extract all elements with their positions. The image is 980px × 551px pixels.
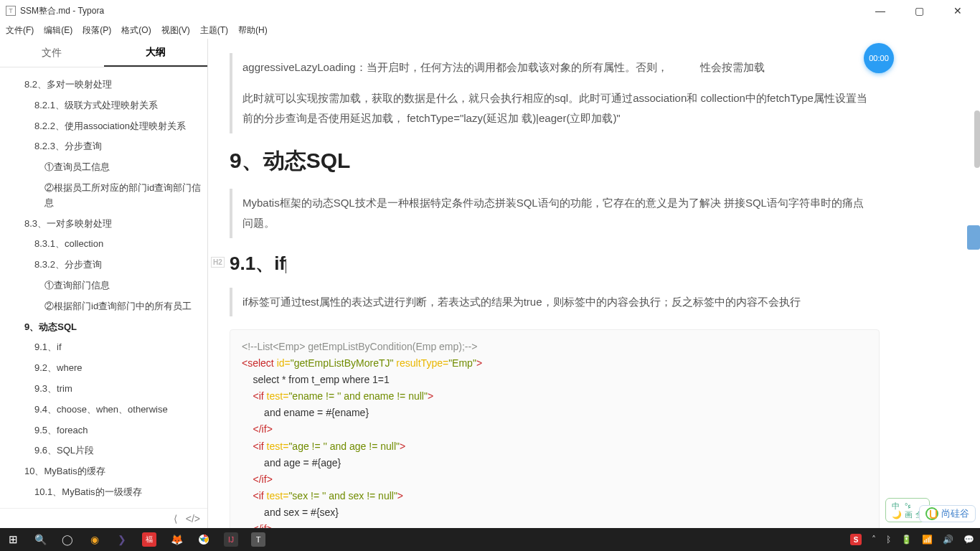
outline-item[interactable]: 9.1、if (0, 337, 207, 358)
brand-logo-icon (925, 507, 938, 520)
taskbar-app-3[interactable]: 福 (142, 532, 156, 547)
tab-files[interactable]: 文件 (0, 39, 104, 67)
outline-item[interactable]: 9.4、choose、when、otherwise (0, 400, 207, 420)
sidebar-toggle-icon[interactable]: ⟨ (174, 513, 177, 524)
outline-item[interactable]: 10.2、MyBatis的二级缓存 (0, 503, 207, 508)
sidebar: 文件 大纲 8.2、多对一映射处理8.2.1、级联方式处理映射关系8.2.2、使… (0, 39, 208, 528)
outline-item[interactable]: 9.2、where (0, 358, 207, 379)
outline-item[interactable]: ②根据员工所对应的部门id查询部门信息 (0, 178, 207, 214)
close-button[interactable]: ✕ (947, 5, 969, 17)
volume-icon[interactable]: 🔊 (943, 534, 953, 545)
chrome-icon[interactable] (197, 532, 211, 547)
outline-item[interactable]: 8.2.3、分步查询 (0, 136, 207, 157)
outline-item[interactable]: 9.6、SQL片段 (0, 441, 207, 461)
cortana-icon[interactable]: ◯ (60, 532, 75, 547)
scrollbar-overview-marker[interactable] (967, 225, 980, 250)
quote-text: if标签可通过test属性的表达式进行判断，若表达式的结果为true，则标签中的… (242, 292, 870, 313)
notification-icon[interactable]: 💬 (963, 534, 974, 545)
tray-chevron-icon[interactable]: ˄ (872, 534, 876, 545)
scrollbar-thumb[interactable] (974, 110, 980, 168)
outline-item[interactable]: 10.1、MyBatis的一级缓存 (0, 482, 207, 503)
menu-theme[interactable]: 主题(T) (200, 24, 228, 37)
start-button[interactable]: ⊞ (6, 532, 20, 547)
quote-text: Mybatis框架的动态SQL技术是一种根据特定条件动态拼装SQL语句的功能，它… (242, 193, 870, 234)
outline-item[interactable]: 8.3.1、collection (0, 234, 207, 255)
heading-9: 9、动态SQL (230, 146, 880, 176)
brand-badge: 尚硅谷 (919, 505, 976, 522)
heading-text: 9.1、if (230, 253, 286, 274)
outline-item[interactable]: 8.3、一对多映射处理 (0, 214, 207, 235)
wifi-icon[interactable]: 📶 (922, 534, 933, 545)
typora-icon[interactable]: T (251, 532, 265, 547)
brand-text: 尚硅谷 (941, 507, 969, 520)
outline-item[interactable]: 8.2.1、级联方式处理映射关系 (0, 95, 207, 116)
text-cursor (286, 259, 286, 273)
outline-item[interactable]: ①查询员工信息 (0, 157, 207, 178)
quote-dynamic-sql: Mybatis框架的动态SQL技术是一种根据特定条件动态拼装SQL语句的功能，它… (230, 189, 880, 238)
system-tray[interactable]: S ˄ ᛒ 🔋 📶 🔊 💬 (850, 534, 974, 545)
taskbar-app-2[interactable]: ❯ (115, 532, 129, 547)
quote-text: aggressiveLazyLoading：当开启时，任何方法的调用都会加载该对… (242, 57, 870, 78)
outline-item[interactable]: 8.3.2、分步查询 (0, 255, 207, 276)
sogou-ime-icon[interactable]: S (850, 534, 862, 545)
search-icon[interactable]: 🔍 (33, 532, 47, 547)
outline-tree[interactable]: 8.2、多对一映射处理8.2.1、级联方式处理映射关系8.2.2、使用assoc… (0, 67, 207, 508)
quote-text: 此时就可以实现按需加载，获取的数据是什么，就只会执行相应的sql。此时可通过as… (242, 88, 870, 129)
firefox-icon[interactable]: 🦊 (169, 532, 184, 547)
timer-badge[interactable]: 00:00 (864, 43, 894, 73)
title-bar: T SSM整合.md - Typora — ▢ ✕ (0, 0, 980, 22)
menu-paragraph[interactable]: 段落(P) (83, 24, 111, 37)
quote-lazy-loading: aggressiveLazyLoading：当开启时，任何方法的调用都会加载该对… (230, 53, 880, 133)
menu-format[interactable]: 格式(O) (121, 24, 151, 37)
outline-item[interactable]: 9.5、foreach (0, 420, 207, 441)
minimize-button[interactable]: — (870, 5, 891, 17)
heading-level-badge: H2 (211, 257, 225, 268)
window-title: SSM整合.md - Typora (20, 5, 104, 17)
battery-icon[interactable]: 🔋 (901, 534, 912, 545)
intellij-icon[interactable]: IJ (224, 532, 238, 547)
app-logo-icon: T (6, 6, 16, 16)
outline-item[interactable]: ①查询部门信息 (0, 276, 207, 296)
outline-item[interactable]: ②根据部门id查询部门中的所有员工 (0, 296, 207, 317)
tab-outline[interactable]: 大纲 (104, 39, 208, 67)
bluetooth-icon[interactable]: ᛒ (886, 534, 891, 545)
outline-item[interactable]: 8.2、多对一映射处理 (0, 75, 207, 95)
outline-item[interactable]: 9、动态SQL (0, 317, 207, 338)
menu-file[interactable]: 文件(F) (6, 24, 34, 37)
menu-edit[interactable]: 编辑(E) (44, 24, 72, 37)
maximize-button[interactable]: ▢ (908, 5, 930, 17)
code-block[interactable]: <!--List<Emp> getEmpListByCondition(Emp … (230, 329, 880, 528)
taskbar[interactable]: ⊞ 🔍 ◯ ◉ ❯ 福 🦊 IJ T S ˄ ᛒ 🔋 📶 🔊 💬 (0, 528, 980, 551)
editor-content[interactable]: 00:00 aggressiveLazyLoading：当开启时，任何方法的调用… (208, 39, 980, 528)
outline-item[interactable]: 8.2.2、使用association处理映射关系 (0, 116, 207, 137)
outline-item[interactable]: 10、MyBatis的缓存 (0, 461, 207, 482)
quote-if-desc: if标签可通过test属性的表达式进行判断，若表达式的结果为true，则标签中的… (230, 288, 880, 317)
menu-help[interactable]: 帮助(H) (238, 24, 268, 37)
menu-bar: 文件(F) 编辑(E) 段落(P) 格式(O) 视图(V) 主题(T) 帮助(H… (0, 22, 980, 39)
taskbar-app-1[interactable]: ◉ (88, 532, 102, 547)
menu-view[interactable]: 视图(V) (161, 24, 190, 37)
heading-9-1: H2 9.1、if (230, 251, 880, 276)
source-mode-icon[interactable]: </> (186, 513, 200, 524)
outline-item[interactable]: 9.3、trim (0, 379, 207, 400)
